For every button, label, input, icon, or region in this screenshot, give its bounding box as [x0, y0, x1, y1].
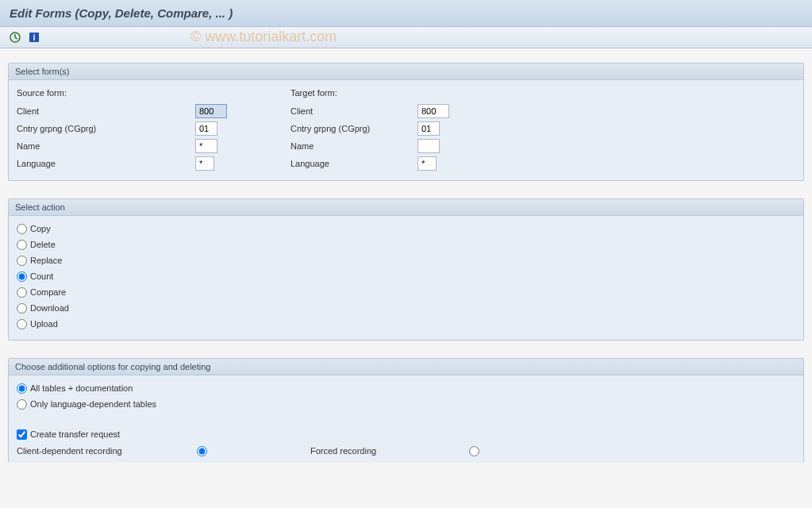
- forced-recording-label: Forced recording: [310, 446, 469, 456]
- svg-text:i: i: [33, 33, 35, 42]
- source-language-label: Language: [17, 159, 195, 168]
- client-dependent-recording-radio[interactable]: [197, 446, 207, 456]
- toolbar: i © www.tutorialkart.com: [0, 27, 812, 48]
- action-delete-label[interactable]: Delete: [30, 240, 56, 249]
- source-form-column: Source form: Client Cntry grpng (CGprg) …: [17, 85, 227, 172]
- target-language-input[interactable]: [418, 156, 437, 171]
- watermark-text: © www.tutorialkart.com: [190, 29, 337, 45]
- info-icon[interactable]: i: [27, 30, 41, 44]
- forced-recording-radio[interactable]: [469, 446, 479, 456]
- select-forms-group: Select form(s) Source form: Client Cntry…: [8, 63, 804, 181]
- target-cgprg-label: Cntry grpng (CGprg): [291, 124, 418, 133]
- action-copy-radio[interactable]: [17, 224, 27, 234]
- action-compare-label[interactable]: Compare: [30, 287, 66, 297]
- source-cgprg-label: Cntry grpng (CGprg): [17, 124, 195, 133]
- action-upload-radio[interactable]: [17, 319, 27, 329]
- scope-all-radio[interactable]: [17, 383, 27, 394]
- title-bar: Edit Forms (Copy, Delete, Compare, ... ): [0, 0, 812, 27]
- target-name-input[interactable]: [418, 139, 440, 153]
- action-download-label[interactable]: Download: [30, 303, 69, 313]
- select-forms-title: Select form(s): [9, 64, 803, 80]
- client-dependent-recording-label: Client-dependent recording: [17, 446, 197, 456]
- action-count-radio[interactable]: [17, 271, 27, 282]
- target-form-column: Target form: Client Cntry grpng (CGprg) …: [291, 85, 449, 172]
- source-name-label: Name: [17, 141, 195, 151]
- source-name-input[interactable]: [195, 139, 217, 153]
- source-client-label: Client: [17, 106, 195, 116]
- source-client-input[interactable]: [195, 104, 227, 118]
- action-download-radio[interactable]: [17, 303, 27, 314]
- source-language-input[interactable]: [195, 156, 214, 171]
- action-delete-radio[interactable]: [17, 240, 27, 250]
- source-form-header: Source form:: [17, 85, 227, 101]
- source-cgprg-input[interactable]: [195, 121, 217, 136]
- content-area: Select form(s) Source form: Client Cntry…: [0, 48, 812, 477]
- action-upload-label[interactable]: Upload: [30, 319, 58, 329]
- action-count-label[interactable]: Count: [30, 271, 53, 281]
- target-form-header: Target form:: [291, 85, 449, 101]
- scope-all-label[interactable]: All tables + documentation: [30, 383, 133, 393]
- target-client-input[interactable]: [418, 104, 449, 118]
- target-name-label: Name: [291, 141, 418, 151]
- scope-lang-label[interactable]: Only language-dependent tables: [30, 399, 156, 409]
- action-replace-radio[interactable]: [17, 256, 27, 266]
- select-action-title: Select action: [9, 199, 803, 216]
- action-replace-label[interactable]: Replace: [30, 256, 62, 265]
- target-client-label: Client: [291, 106, 418, 116]
- action-copy-label[interactable]: Copy: [30, 224, 51, 233]
- transfer-request-label[interactable]: Create transfer request: [30, 429, 120, 439]
- target-language-label: Language: [291, 159, 418, 168]
- scope-lang-radio[interactable]: [17, 399, 27, 410]
- select-action-group: Select action Copy Delete Replace Count …: [8, 198, 804, 341]
- transfer-request-checkbox[interactable]: [17, 429, 27, 440]
- page-title: Edit Forms (Copy, Delete, Compare, ... ): [10, 6, 802, 20]
- additional-options-group: Choose additional options for copying an…: [8, 358, 804, 463]
- execute-icon[interactable]: [8, 30, 22, 44]
- additional-options-title: Choose additional options for copying an…: [9, 359, 803, 375]
- action-compare-radio[interactable]: [17, 287, 27, 298]
- target-cgprg-input[interactable]: [418, 121, 440, 136]
